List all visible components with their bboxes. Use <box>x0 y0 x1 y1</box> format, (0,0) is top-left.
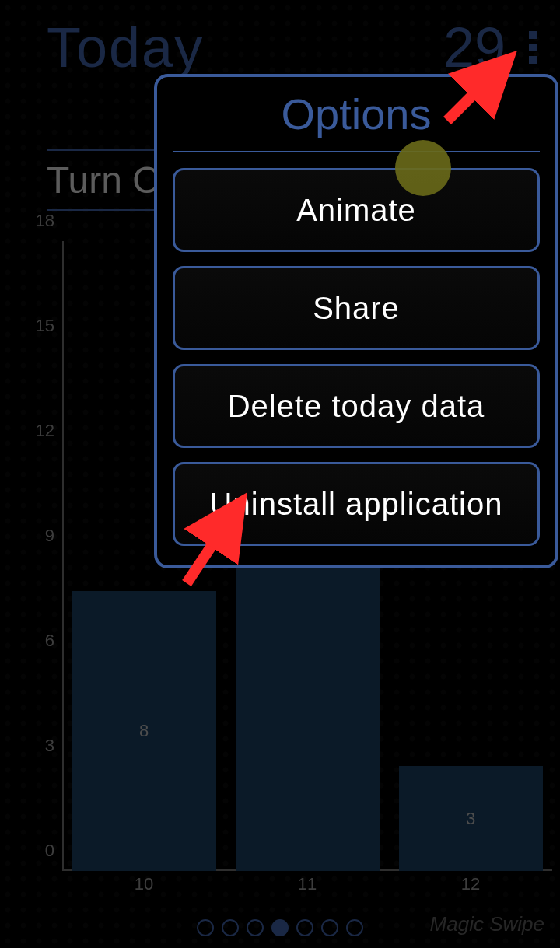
touch-indicator <box>395 140 451 196</box>
annotation-arrow-bottom <box>175 482 268 591</box>
delete-today-data-button[interactable]: Delete today data <box>173 364 540 448</box>
svg-line-1 <box>187 502 241 583</box>
animate-button[interactable]: Animate <box>173 168 540 252</box>
annotation-arrow-top <box>439 43 525 128</box>
svg-line-0 <box>447 58 509 121</box>
share-button[interactable]: Share <box>173 266 540 350</box>
